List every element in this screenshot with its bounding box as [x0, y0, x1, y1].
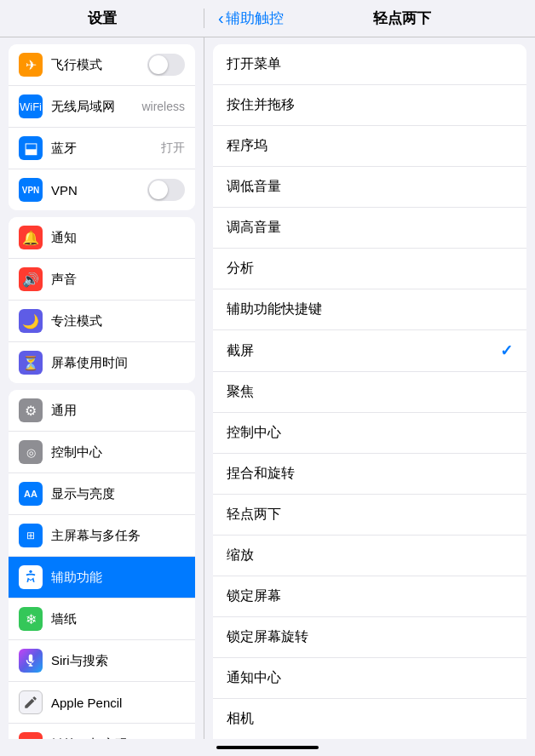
main-content: ✈ 飞行模式 WiFi 无线局域网 wireless ⬓ 蓝牙 打开 VPN V…: [0, 37, 535, 739]
sidebar-item-notification[interactable]: 🔔 通知: [9, 217, 195, 259]
item-label: 轻点两下: [227, 506, 513, 524]
sidebar-item-label: Apple Pencil: [51, 696, 185, 710]
right-item-lock-screen[interactable]: 锁定屏幕: [213, 576, 526, 617]
right-item-capture-screen[interactable]: 截屏 ✓: [213, 330, 526, 372]
sidebar-item-label: 声音: [51, 272, 185, 288]
right-item-press-drag[interactable]: 按住并拖移: [213, 85, 526, 126]
back-button[interactable]: ‹ 辅助触控: [218, 9, 284, 28]
checkmark-icon: ✓: [500, 341, 513, 360]
right-header: ‹ 辅助触控 轻点两下: [204, 9, 535, 28]
right-item-double-tap[interactable]: 轻点两下: [213, 495, 526, 536]
item-label: 聚焦: [227, 383, 513, 401]
sidebar-item-focus[interactable]: 🌙 专注模式: [9, 301, 195, 342]
sidebar-item-label: 辅助功能: [51, 570, 185, 586]
touchid-icon: ☉: [19, 732, 43, 739]
right-item-camera[interactable]: 相机: [213, 699, 526, 739]
sidebar-item-screen-time[interactable]: ⏳ 屏幕使用时间: [9, 342, 195, 383]
sidebar-item-label: VPN: [51, 183, 147, 198]
sidebar-item-sound[interactable]: 🔊 声音: [9, 259, 195, 301]
home-indicator: [216, 746, 319, 749]
item-label: 锁定屏幕旋转: [227, 628, 513, 646]
item-label: 程序坞: [227, 137, 513, 155]
bluetooth-value: 打开: [161, 140, 185, 156]
sidebar-section-notifications: 🔔 通知 🔊 声音 🌙 专注模式 ⏳ 屏幕使用时间: [9, 217, 195, 383]
airplane-icon: ✈: [19, 53, 43, 77]
wallpaper-icon: ❄: [19, 607, 43, 631]
item-label: 调低音量: [227, 178, 513, 196]
sidebar-item-control-center[interactable]: ◎ 控制中心: [9, 432, 195, 473]
item-label: 分析: [227, 260, 513, 278]
sound-icon: 🔊: [19, 267, 43, 291]
sidebar-item-touchid[interactable]: ☉ 触控ID与密码: [9, 724, 195, 739]
item-label: 锁定屏幕: [227, 587, 513, 605]
sidebar-item-wallpaper[interactable]: ❄ 墙纸: [9, 598, 195, 640]
sidebar-item-label: 蓝牙: [51, 140, 161, 157]
sidebar-item-airplane[interactable]: ✈ 飞行模式: [9, 44, 195, 86]
sidebar-item-pencil[interactable]: Apple Pencil: [9, 682, 195, 724]
right-item-vol-down[interactable]: 调低音量: [213, 167, 526, 208]
sidebar: ✈ 飞行模式 WiFi 无线局域网 wireless ⬓ 蓝牙 打开 VPN V…: [0, 37, 204, 739]
page-title: 轻点两下: [284, 9, 521, 28]
sidebar-header: 设置: [0, 9, 204, 28]
notification-icon: 🔔: [19, 226, 43, 249]
sidebar-item-label: Siri与搜索: [51, 653, 185, 669]
settings-title: 设置: [88, 9, 117, 28]
vpn-toggle[interactable]: [147, 179, 185, 201]
item-label: 通知中心: [227, 669, 513, 687]
item-label: 辅助功能快捷键: [227, 301, 513, 318]
sidebar-item-vpn[interactable]: VPN VPN: [9, 169, 195, 210]
sidebar-item-label: 无线局域网: [51, 99, 141, 115]
svg-point-0: [29, 570, 32, 573]
right-item-focus[interactable]: 聚焦: [213, 372, 526, 413]
right-item-notification-center[interactable]: 通知中心: [213, 658, 526, 699]
item-label: 截屏: [227, 342, 500, 360]
sidebar-item-label: 通知: [51, 230, 185, 246]
sidebar-section-connectivity: ✈ 飞行模式 WiFi 无线局域网 wireless ⬓ 蓝牙 打开 VPN V…: [9, 44, 195, 210]
bottom-bar-container: [0, 739, 535, 756]
item-label: 打开菜单: [227, 55, 513, 73]
item-label: 调高音量: [227, 219, 513, 237]
sidebar-item-bluetooth[interactable]: ⬓ 蓝牙 打开: [9, 128, 195, 169]
sidebar-item-home-screen[interactable]: ⊞ 主屏幕与多任务: [9, 515, 195, 557]
right-item-zoom[interactable]: 缩放: [213, 536, 526, 576]
airplane-toggle[interactable]: [147, 54, 185, 76]
sidebar-item-accessibility[interactable]: 辅助功能: [9, 557, 195, 598]
sidebar-item-label: 主屏幕与多任务: [51, 528, 185, 544]
accessibility-icon: [19, 565, 43, 589]
sidebar-item-label: 墙纸: [51, 611, 185, 627]
pencil-icon: [19, 690, 43, 714]
right-item-accessibility-shortcut[interactable]: 辅助功能快捷键: [213, 289, 526, 330]
vpn-icon: VPN: [19, 178, 43, 202]
sidebar-item-label: 控制中心: [51, 444, 185, 461]
right-item-vol-up[interactable]: 调高音量: [213, 208, 526, 249]
header: 设置 ‹ 辅助触控 轻点两下: [0, 0, 535, 37]
sidebar-item-label: 通用: [51, 403, 185, 419]
display-icon: AA: [19, 482, 43, 506]
sidebar-item-general[interactable]: ⚙ 通用: [9, 390, 195, 432]
wifi-icon: WiFi: [19, 94, 43, 118]
bluetooth-icon: ⬓: [19, 136, 43, 160]
screen-time-icon: ⏳: [19, 351, 43, 375]
right-item-pinch-rotate[interactable]: 捏合和旋转: [213, 454, 526, 495]
siri-icon: [19, 649, 43, 673]
sidebar-item-display[interactable]: AA 显示与亮度: [9, 473, 195, 515]
control-center-icon: ◎: [19, 440, 43, 464]
item-label: 缩放: [227, 547, 513, 564]
sidebar-item-wifi[interactable]: WiFi 无线局域网 wireless: [9, 86, 195, 128]
general-icon: ⚙: [19, 398, 43, 422]
sidebar-section-system: ⚙ 通用 ◎ 控制中心 AA 显示与亮度 ⊞ 主屏幕与多任务 辅助功能: [9, 390, 195, 739]
right-item-analytics[interactable]: 分析: [213, 249, 526, 289]
right-item-dock[interactable]: 程序坞: [213, 126, 526, 167]
item-label: 相机: [227, 710, 513, 728]
item-label: 按住并拖移: [227, 96, 513, 114]
item-label: 捏合和旋转: [227, 465, 513, 483]
item-label: 控制中心: [227, 424, 513, 442]
right-item-control-center[interactable]: 控制中心: [213, 413, 526, 454]
right-item-open-menu[interactable]: 打开菜单: [213, 44, 526, 85]
right-item-lock-rotation[interactable]: 锁定屏幕旋转: [213, 617, 526, 658]
home-screen-icon: ⊞: [19, 524, 43, 547]
sidebar-item-siri[interactable]: Siri与搜索: [9, 640, 195, 682]
back-chevron-icon: ‹: [218, 9, 224, 28]
sidebar-item-label: 屏幕使用时间: [51, 355, 185, 371]
sidebar-item-label: 显示与亮度: [51, 486, 185, 502]
